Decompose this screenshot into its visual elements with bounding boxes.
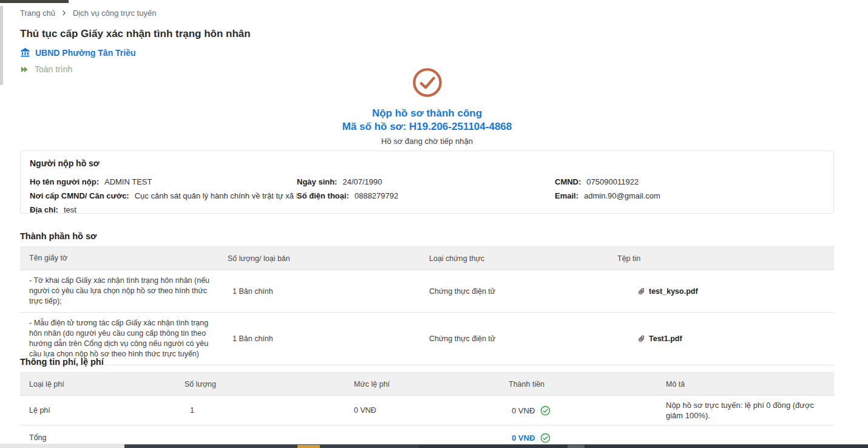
field-email: Email:admin.90@gmail.com: [555, 191, 824, 200]
col-quantity: Số lượng/ loại bản: [225, 247, 410, 270]
success-check-circle-icon: [412, 67, 442, 100]
field-dob: Ngày sinh:24/07/1990: [297, 177, 555, 186]
col-fee-amount: Thành tiền: [498, 373, 649, 395]
green-check-circle-icon: [540, 433, 551, 443]
document-certification: Chứng thực điện tử: [410, 270, 610, 312]
breadcrumb-current: Dịch vụ công trực tuyến: [73, 8, 156, 18]
file-link[interactable]: Test1.pdf: [637, 334, 682, 343]
document-file-cell: Test1.pdf: [610, 313, 834, 365]
field-phone: Số điện thoại:0888279792: [297, 191, 555, 200]
table-row: - Tờ khai cấp Giấy xác nhận tình trạng h…: [20, 270, 834, 313]
page-title: Thủ tục cấp Giấy xác nhận tình trạng hôn…: [20, 28, 251, 40]
total-amount: 0 VNĐ: [512, 433, 535, 443]
file-link[interactable]: test_kyso.pdf: [637, 287, 698, 296]
green-check-circle-icon: [540, 406, 551, 416]
footer-strip-orange: [297, 445, 320, 448]
fees-table-header: Loại lệ phí Số lượng Mức lệ phí Thành ti…: [20, 372, 834, 396]
fee-quantity: 1: [176, 396, 340, 425]
document-quantity: 1 Bản chính: [225, 270, 410, 312]
document-certification: Chứng thực điện tử: [410, 313, 610, 365]
agency-link[interactable]: UBND Phường Tân Triều: [35, 48, 136, 58]
fee-type: Lệ phí: [20, 396, 176, 425]
footer-strip-left: [0, 444, 124, 448]
dossier-status: Hồ sơ đang chờ tiếp nhận: [20, 137, 834, 146]
col-fee-quantity: Số lượng: [176, 373, 340, 395]
fee-description: Nộp hồ sơ trực tuyến: lệ phí 0 đồng (đượ…: [649, 396, 834, 425]
success-block: Nộp hồ sơ thành công Mã số hồ sơ: H19.20…: [20, 67, 834, 146]
chevron-right-icon: [61, 10, 67, 16]
field-id-number: CMND:075090011922: [555, 177, 824, 186]
field-fullname: Họ tên người nộp:ADMIN TEST: [30, 177, 297, 186]
agency-row: UBND Phường Tân Triều: [20, 47, 136, 58]
table-row: Lệ phí 1 0 VNĐ 0 VNĐ Nộp hồ sơ trực tuyế…: [20, 396, 834, 426]
footer-strip-dark2: [419, 445, 868, 448]
table-row: - Mẫu điện tử tương tác cấp Giấy xác nhậ…: [20, 313, 834, 365]
fee-rate: 0 VNĐ: [340, 396, 498, 425]
paperclip-icon: [636, 333, 648, 345]
fees-table: Loại lệ phí Số lượng Mức lệ phí Thành ti…: [20, 372, 834, 448]
documents-table-header: Tên giấy tờ Số lượng/ loại bản Loại chứn…: [20, 246, 834, 270]
documents-section-title: Thành phần hồ sơ: [20, 231, 97, 241]
col-file: Tệp tin: [610, 247, 834, 270]
col-fee-type: Loại lệ phí: [20, 373, 176, 395]
success-title: Nộp hồ sơ thành công: [20, 107, 834, 120]
bank-icon: [20, 47, 30, 58]
document-file-cell: test_kyso.pdf: [610, 270, 834, 312]
breadcrumb: Trang chủ Dịch vụ công trực tuyến: [20, 8, 156, 18]
paperclip-icon: [636, 285, 648, 297]
applicant-fields: Họ tên người nộp:ADMIN TEST Ngày sinh:24…: [30, 175, 824, 217]
fee-amount-cell: 0 VNĐ: [498, 396, 649, 425]
field-id-issuer: Nơi cấp CMND/ Căn cước:Cục cảnh sát quản…: [30, 191, 297, 200]
field-address: Địa chỉ:test: [30, 205, 297, 214]
left-edge-artifact: [0, 6, 3, 85]
col-fee-description: Mô tả: [649, 373, 834, 395]
screenshot-edge-artifact: [0, 0, 69, 3]
documents-table: Tên giấy tờ Số lượng/ loại bản Loại chứn…: [20, 246, 834, 365]
col-document-name: Tên giấy tờ: [20, 247, 225, 270]
footer-strip: [0, 444, 868, 448]
applicant-info-box: Người nộp hồ sơ Họ tên người nộp:ADMIN T…: [20, 151, 834, 214]
footer-strip-light: [568, 445, 585, 448]
breadcrumb-home[interactable]: Trang chủ: [20, 8, 55, 18]
col-fee-rate: Mức lệ phí: [340, 373, 498, 395]
document-name: - Tờ khai cấp Giấy xác nhận tình trạng h…: [20, 270, 225, 312]
applicant-section-title: Người nộp hồ sơ: [30, 158, 824, 168]
dossier-code: Mã số hồ sơ: H19.206-251104-4868: [20, 120, 834, 134]
document-quantity: 1 Bản chính: [225, 313, 410, 365]
fees-section-title: Thông tin phí, lệ phí: [20, 357, 104, 367]
page-root: Trang chủ Dịch vụ công trực tuyến Thủ tụ…: [0, 0, 868, 448]
col-certification: Loại chứng thực: [410, 247, 610, 270]
fee-amount: 0 VNĐ: [512, 406, 535, 415]
